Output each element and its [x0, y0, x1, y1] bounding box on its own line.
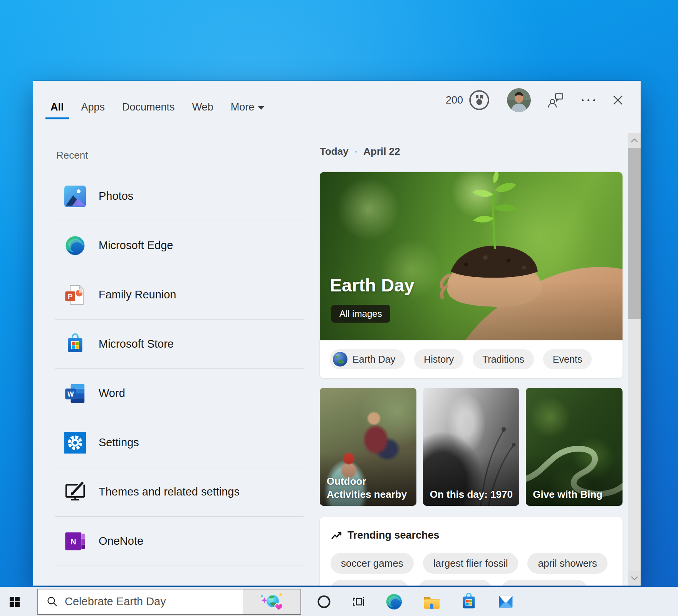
trending-pill[interactable]: april showers [527, 553, 607, 574]
hero-title: Earth Day [330, 275, 414, 296]
store-taskbar-button[interactable] [460, 593, 478, 611]
recent-item-label: Themes and related settings [99, 485, 240, 498]
task-view-button[interactable] [351, 594, 366, 609]
scroll-up-button[interactable] [628, 133, 641, 148]
windows-search-panel: All Apps Documents Web More 200 [33, 81, 641, 586]
trending-pill[interactable]: flight delays [418, 580, 492, 586]
settings-gear-icon [64, 432, 86, 454]
taskbar-search-box[interactable]: Celebrate Earth Day [37, 589, 301, 615]
trending-pill-row: soccer games largest flier fossil april … [331, 553, 612, 586]
svg-text:P: P [68, 292, 72, 300]
earth-heart-icon [260, 591, 283, 613]
feedback-icon[interactable] [548, 92, 565, 109]
tab-more[interactable]: More [231, 101, 265, 119]
photos-icon [64, 186, 86, 207]
svg-text:N: N [70, 537, 76, 546]
trending-pill[interactable]: largest flier fossil [423, 553, 519, 574]
tab-apps[interactable]: Apps [81, 101, 105, 119]
chevron-down-icon [631, 576, 638, 581]
tab-web-label: Web [192, 101, 213, 113]
task-view-icon [351, 594, 366, 609]
recent-item-microsoft-edge[interactable]: Microsoft Edge [55, 221, 304, 270]
search-box-illustration[interactable] [243, 589, 300, 614]
recent-item-photos[interactable]: Photos [55, 172, 304, 221]
card-outdoor-activities[interactable]: Outdoor Activities nearby [320, 388, 416, 506]
chip-events[interactable]: Events [543, 349, 592, 369]
recent-item-label: Photos [99, 190, 133, 203]
trending-pill[interactable]: mother’s day [331, 580, 409, 586]
recent-item-onenote[interactable]: N OneNote [55, 517, 304, 566]
trending-pill[interactable]: soccer games [331, 553, 414, 574]
recent-item-themes[interactable]: Themes and related settings [55, 467, 304, 517]
chevron-down-icon [258, 106, 264, 110]
chevron-up-icon [631, 138, 638, 143]
edge-icon [64, 235, 86, 256]
tab-all-label: All [50, 101, 64, 113]
search-icon [47, 596, 58, 608]
taskbar: Celebrate Earth Day [0, 587, 678, 616]
close-icon[interactable] [612, 94, 624, 106]
earth-day-hero-image[interactable]: Earth Day All images [320, 172, 623, 340]
chip-label: Events [553, 354, 582, 365]
windows-logo-icon [10, 597, 20, 607]
all-images-button[interactable]: All images [331, 305, 390, 323]
today-section: Today · April 22 [320, 146, 623, 586]
recent-item-word[interactable]: W Word [55, 369, 304, 418]
chip-traditions[interactable]: Traditions [473, 349, 534, 369]
cortana-button[interactable] [317, 594, 331, 609]
rewards-button[interactable]: 200 [446, 89, 490, 111]
card-on-this-day[interactable]: On this day: 1970 [423, 388, 520, 506]
start-button[interactable] [0, 587, 29, 616]
recent-item-label: Family Reunion [99, 288, 176, 301]
powerpoint-file-icon: P [64, 284, 86, 306]
chip-label: Earth Day [352, 354, 395, 365]
trending-searches-card: Trending searches soccer games largest f… [320, 517, 623, 586]
svg-text:W: W [67, 390, 74, 398]
card-give-with-bing[interactable]: Give with Bing [526, 388, 623, 506]
recent-list: Photos Microsoft Edge P Family Reunion [55, 172, 304, 566]
store-icon [460, 593, 478, 611]
taskbar-icons [317, 593, 515, 611]
tab-apps-label: Apps [81, 101, 105, 113]
hero-chip-row: Earth Day History Traditions Events [320, 340, 623, 378]
trending-pill[interactable]: earth day facts [501, 580, 588, 586]
chip-label: History [424, 354, 454, 365]
edge-icon [385, 593, 403, 611]
recent-item-microsoft-store[interactable]: Microsoft Store [55, 320, 304, 369]
file-explorer-icon [422, 593, 441, 611]
recent-item-family-reunion[interactable]: P Family Reunion [55, 270, 304, 320]
edge-taskbar-button[interactable] [385, 593, 403, 611]
search-filter-tabs: All Apps Documents Web More [50, 101, 264, 119]
globe-icon [333, 352, 347, 367]
scroll-down-button[interactable] [628, 571, 641, 586]
recent-item-label: Microsoft Edge [99, 239, 173, 252]
earth-day-hero-card[interactable]: Earth Day All images Earth Day History [320, 172, 623, 378]
file-explorer-button[interactable] [422, 593, 441, 611]
mail-button[interactable] [497, 593, 515, 610]
today-separator: · [354, 146, 358, 157]
user-avatar[interactable] [507, 88, 531, 112]
trending-title: Trending searches [347, 529, 440, 541]
chip-earth-day[interactable]: Earth Day [330, 349, 405, 369]
store-icon [64, 333, 86, 355]
onenote-icon: N [64, 531, 86, 552]
recent-item-settings[interactable]: Settings [55, 418, 304, 467]
cortana-icon [317, 594, 331, 609]
tab-documents[interactable]: Documents [122, 101, 175, 119]
themes-icon [64, 481, 86, 503]
tab-documents-label: Documents [122, 101, 175, 113]
vertical-scrollbar[interactable] [628, 133, 641, 586]
tab-web[interactable]: Web [192, 101, 213, 119]
recent-item-label: Settings [99, 436, 139, 449]
trending-up-icon [331, 530, 342, 541]
chip-history[interactable]: History [414, 349, 463, 369]
search-header: All Apps Documents Web More 200 [33, 81, 641, 119]
tab-all[interactable]: All [50, 101, 64, 119]
card-title: Give with Bing [533, 488, 617, 501]
recent-item-label: Microsoft Store [99, 338, 174, 350]
today-header: Today · April 22 [320, 146, 623, 157]
more-options-icon[interactable] [582, 99, 595, 101]
scrollbar-thumb[interactable] [628, 148, 641, 319]
recent-item-label: Word [99, 387, 125, 400]
recent-title: Recent [56, 149, 304, 161]
